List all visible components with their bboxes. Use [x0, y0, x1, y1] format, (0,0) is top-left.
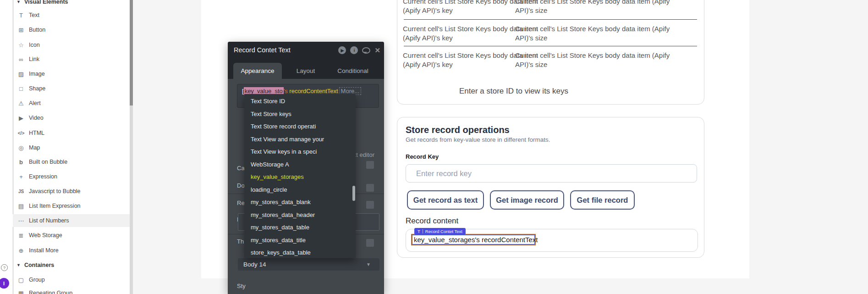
dropdown-scrollbar[interactable] [352, 186, 355, 201]
style-select[interactable]: Body 14 [238, 258, 379, 271]
property-editor-panel[interactable]: Record Contet Text ▶ i ✕ Appearance Layo… [228, 42, 384, 294]
dropdown-option[interactable]: Text Store keys [244, 108, 356, 121]
dropdown-option[interactable]: my_stores_data_header [244, 209, 356, 222]
dropdown-option[interactable]: loading_circle [244, 183, 356, 196]
sidebar-item-list-of-numbers[interactable]: ⋯List of Numbers [13, 214, 130, 227]
get-file-record-button[interactable]: Get file record [570, 190, 635, 210]
star-icon: ☆ [16, 42, 26, 49]
store-record-operations-card: Store record operations Get records from… [397, 117, 704, 258]
shape-icon: □ [16, 85, 26, 92]
checkbox[interactable] [366, 239, 374, 247]
sidebar-item-web-storage[interactable]: ≣Web Storage [13, 229, 130, 242]
sidebar-item-repeating-group[interactable]: ▦Repeating Group [13, 287, 130, 294]
dropdown-option[interactable]: Text Store ID [244, 95, 356, 108]
dropdown-option[interactable]: WebStorage A [244, 158, 356, 171]
sidebar-item-list-item-expression[interactable]: ▤List Item Expression [13, 200, 130, 212]
badge-separator [423, 229, 423, 233]
dropdown-option[interactable]: my_stores_data_blank [244, 196, 356, 209]
card-title: Store record operations [406, 125, 510, 135]
preview-play-icon[interactable]: ▶ [338, 46, 346, 54]
info-icon[interactable]: i [350, 46, 358, 54]
sidebar-item-shape[interactable]: □Shape [13, 82, 130, 95]
sidebar-item-install-more[interactable]: ⊕Install More [13, 244, 130, 257]
video-icon: ▶ [16, 115, 26, 122]
style-select-value: Body 14 [243, 261, 266, 268]
panel-body: [key_value_sto's recordContentTextMore..… [228, 79, 384, 294]
clipped-label: Sty [237, 283, 246, 289]
tab-conditional[interactable]: Conditional [330, 63, 376, 79]
map-icon: ◎ [16, 144, 26, 151]
get-image-record-button[interactable]: Get image record [490, 190, 564, 210]
clipped-label: Th [237, 238, 244, 245]
collapse-caret-icon: ▼ [16, 263, 21, 267]
sidebar-item-video[interactable]: ▶Video [13, 111, 130, 124]
avatar[interactable]: I [0, 278, 9, 288]
dropdown-option[interactable]: my_stores_data_table [244, 221, 356, 234]
sidebar-item-button[interactable]: ⊞Button [13, 23, 130, 36]
size-cell: Current cell's List Store Keys body data… [515, 0, 673, 15]
sidebar-item-javascript-to-bubble[interactable]: JSJavascript to Bubble [13, 185, 130, 198]
checkbox[interactable] [366, 201, 374, 209]
clipped-label: Re [237, 200, 245, 206]
web-storage-icon: ≣ [16, 232, 26, 239]
dropdown-option[interactable]: store_keys_data_table [244, 246, 356, 258]
image-icon: ▨ [16, 71, 26, 78]
button-icon: ⊞ [16, 27, 26, 33]
clipped-label: Do [237, 182, 245, 189]
expression-icon: + [16, 173, 26, 180]
sidebar-item-expression[interactable]: +Expression [13, 170, 130, 183]
help-icon[interactable]: ? [1, 264, 8, 271]
expression-field[interactable]: recordContentText [289, 88, 338, 94]
close-icon[interactable]: ✕ [374, 46, 380, 54]
sidebar-item-image[interactable]: ▨Image [13, 67, 130, 80]
row-divider [404, 19, 697, 20]
get-record-as-text-button[interactable]: Get record as text [407, 190, 484, 210]
panel-header[interactable]: Record Contet Text ▶ i ✕ Appearance Layo… [228, 42, 384, 79]
tab-appearance[interactable]: Appearance [233, 63, 282, 79]
dropdown-option[interactable]: Text View and manage your [244, 133, 356, 146]
section-header-containers[interactable]: ▼ Containers [16, 259, 54, 272]
sidebar-item-built-on-bubble[interactable]: bBuilt on Bubble [13, 155, 130, 168]
comment-icon[interactable] [362, 47, 370, 54]
sidebar-item-group[interactable]: ▢Group [13, 273, 130, 286]
record-key-input[interactable] [406, 164, 697, 183]
store-keys-card: Current cell's List Store Keys body data… [397, 0, 704, 105]
link-icon: ∞ [16, 56, 26, 63]
group-icon: ▢ [16, 277, 26, 283]
clipped-label: Ca [237, 165, 245, 172]
chevron-down-icon: ▼ [366, 262, 371, 267]
sidebar-item-alert[interactable]: ⚠Alert [13, 97, 130, 110]
built-on-bubble-icon: b [16, 159, 26, 166]
text-editor-link-fragment[interactable]: xt editor [353, 151, 374, 158]
checkbox[interactable] [366, 184, 374, 192]
checkbox[interactable] [366, 161, 374, 169]
javascript-icon: JS [16, 189, 26, 194]
sidebar-item-link[interactable]: ∞Link [13, 53, 130, 66]
list-item-expression-icon: ▤ [16, 203, 26, 210]
sidebar-scrollbar-thumb[interactable] [130, 0, 133, 105]
text-element-icon: T [418, 228, 420, 235]
size-cell: Current cell's List Store Keys body data… [515, 24, 673, 43]
expression-possessive: 's [284, 88, 288, 94]
html-icon: </> [16, 131, 26, 136]
dropdown-option-highlighted[interactable]: key_value_storages [244, 171, 356, 183]
sidebar-item-icon[interactable]: ☆Icon [13, 39, 130, 51]
sidebar-item-map[interactable]: ◎Map [13, 141, 130, 154]
dropdown-option[interactable]: my_stores_data_title [244, 234, 356, 247]
tab-layout[interactable]: Layout [283, 63, 329, 79]
card-subtitle: Get records from key-value store in diff… [406, 136, 550, 143]
dropdown-option[interactable]: Text View keys in a speci [244, 145, 356, 158]
sidebar-item-html[interactable]: </>HTML [13, 127, 130, 139]
dropdown-option[interactable]: Text Store record operati [244, 120, 356, 133]
sidebar-scrollbar[interactable] [130, 0, 133, 294]
repeating-group-icon: ▦ [16, 290, 26, 294]
record-content-label: Record content [406, 216, 458, 226]
section-header-visual-elements[interactable]: ▼ Visual Elements [16, 0, 68, 8]
record-key-label: Record Key [406, 153, 439, 160]
empty-state-message: Enter a store ID to view its keys [404, 87, 624, 96]
sidebar-item-text[interactable]: TText [13, 9, 130, 22]
alert-icon: ⚠ [16, 100, 26, 107]
selected-text-element[interactable]: key_value_storages's recordContentText [412, 235, 535, 244]
expression-autocomplete-dropdown[interactable]: Text Store ID Text Store keys Text Store… [244, 94, 356, 258]
list-of-numbers-icon: ⋯ [16, 217, 26, 224]
